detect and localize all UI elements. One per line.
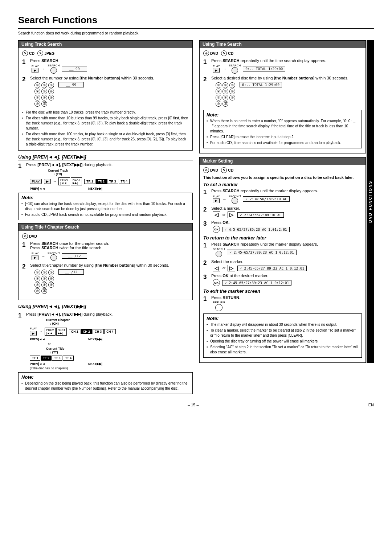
ms-set-step3: 3 Press OK. OK ✓ 4:5-65/27:89:23 AC 1.01… [203,220,362,233]
step1-bold: SEARCH [41,58,58,63]
ms-return-step3-display: ✓ 2:45-65/27:89:23 AC 1 0:12:01 [222,280,291,286]
prev-arrow-2[interactable]: ◁ [213,265,220,271]
next-arrow[interactable]: ▷ [228,212,235,218]
ts-step1: 1 Press SEARCH repeatedly until the time… [203,58,362,74]
ok-button-1[interactable]: OK [213,226,220,233]
track-search-step1-display: PLAY ▶ → SEARCH __ 99 [32,64,189,74]
jpeg-icon: ✎ JPEG [37,50,54,56]
cd-icon-ms: ✎ CD [221,167,233,173]
dvd-icon-tc: ⊙ DVD [22,233,37,239]
next-arrow-2[interactable]: ▷ [228,265,235,271]
number-grid-1: ①②③ ④⑤⑥ ⑦⑧⑨ ⑩⑱ [34,82,55,107]
prev-next2-step1: 1 Press [PREV|◄◄], [NEXT▶▶|] during play… [18,312,193,370]
page-number: – 15 – [18,403,368,407]
page-subtitle: Search function does not work during pro… [18,31,374,35]
ms-return-step2: 2 Select the marker. ◁ or ▷ ✓ 2:45-65/27… [203,259,362,271]
dvd-functions-label: DVD FUNCTIONS [367,40,374,363]
marker-note: Note: The marker display will disappear … [203,313,362,358]
ms-set-step3-display: ✓ 4:5-65/27:89:23 AC 1.01:2:01 [222,227,290,232]
track-search-step2: 2 Select the number by using [the Number… [22,76,189,108]
track-search-bullets: For the disc with less than 10 tracks, p… [22,110,189,147]
ms-return-step1-display: ✓ 2:45-65/27:89:23 AC 1 0:12:01 [227,250,296,255]
left-column: Using Track Search ✎ CD ✎ JPEG 1 Press S… [18,40,193,397]
ms-set-step2-display: ✓ 2:34:56/7:89:10 AC [237,212,284,218]
track-search-disc-icons: ✎ CD ✎ JPEG [22,50,189,56]
ms-set-step2: 2 Select a marker. ◁ or ▷ ✓ 2:34:56/7:89… [203,206,362,218]
step2-text2: within 30 seconds. [120,76,154,80]
tc-step1: 1 Press SEARCH once for the chapter sear… [22,241,189,261]
ts-step2-display: 0:.. TOTAL 1:29:00 [240,82,282,87]
marker-setting-section: Marker Setting ⊙ DVD ✎ CD This function … [199,157,366,363]
ms-set-step1-display: ✓ 2:34:56/7:89:10 AC [243,196,289,202]
title-chapter-header: Using Title / Chapter Search [19,223,192,231]
step1-text2: . [58,58,60,63]
ms-return-step1: 1 Press SEARCH repeatedly until the mark… [203,242,362,257]
using-time-search-section: Using Time Search ⊙ DVD ✎ CD 1 Press SEA… [199,40,366,153]
marker-description: This function allows you to assign a spe… [203,175,362,180]
ms-exit-step1: 1 Press RETURN. RETURN [203,295,362,311]
number-grid-ts: ①②③ ④⑤⑥ ⑦⑧⑨ ⑩⑱ [216,82,236,107]
track-search-step1: 1 Press SEARCH. PLAY ▶ → SEARCH [22,58,189,74]
tc-step1-display: __ /12 [62,253,87,259]
prev-next1-step1: 1 Press [PREV|◄◄], [NEXT▶▶|] during play… [18,163,193,190]
marker-setting-header: Marker Setting [200,157,366,165]
dvd-icon-ts: ⊙ DVD [203,50,218,56]
step2-bold: [the Number buttons] [79,76,120,80]
ms-return-step2-display: ✓ 2:45-65/27:89:23 AC 1 0:12:01 [237,266,307,271]
to-return-marker-header: To return to the marker later [203,235,362,241]
bullet-3: For discs with more than 100 tracks, to … [22,132,189,147]
using-title-chapter-section: Using Title / Chapter Search ⊙ DVD 1 Pre… [18,223,193,300]
ts-note: Note: When there is no need to enter a n… [203,110,362,148]
tc-step2-display: __ /12 [58,269,84,275]
en-label: EN [368,403,374,407]
step2-text: Select the number by using [30,76,79,80]
using-prev-next-2-section: Using [PREV|◄◄], [NEXT▶▶|] 1 Press [PREV… [18,304,193,394]
cd-icon: ✎ CD [22,50,34,56]
step1-num: 1 [22,58,27,66]
to-exit-marker-header: To exit the marker screen [203,288,362,294]
step1-text: Press [30,58,41,63]
dvd-icon-ms: ⊙ DVD [203,167,218,173]
ts-step1-display: 0:.. TOTAL 1:29:00 [243,66,285,71]
track-search-step2-display: __ 99 [58,82,84,87]
page-title: Search Functions [18,15,374,29]
using-track-search-section: Using Track Search ✎ CD ✎ JPEG 1 Press S… [18,40,193,151]
right-column: Using Time Search ⊙ DVD ✎ CD 1 Press SEA… [199,40,374,397]
prev-arrow[interactable]: ◁ [213,212,220,218]
number-grid-tc: ①②③ ④⑤⑥ ⑦⑧⑨ ⑩⑱ [34,270,55,294]
return-button[interactable] [215,304,222,311]
prev-next-2-header: Using [PREV|◄◄], [NEXT▶▶|] [18,304,193,310]
ok-button-2[interactable]: OK [213,279,220,286]
ms-return-step3: 3 Press OK at the desired marker. OK ✓ 2… [203,274,362,286]
prev-next-1-header: Using [PREV|◄◄], [NEXT▶▶|] [18,154,193,161]
cd-icon-ts: ✎ CD [221,50,233,56]
page-footer: – 15 – EN [18,403,374,407]
prev-next1-note: Note: [+10] can also bring the track sea… [18,193,193,220]
to-set-marker-header: To set a marker [203,182,362,187]
using-prev-next-1-section: Using [PREV|◄◄], [NEXT▶▶|] 1 Press [PREV… [18,154,193,220]
bullet-2: For discs with more than 10 but less tha… [22,116,189,131]
using-track-search-header: Using Track Search [19,41,192,48]
ts-step2: 2 Select a desired disc time by using [t… [203,76,362,108]
bullet-1: For the disc with less than 10 tracks, p… [22,110,189,115]
time-search-header: Using Time Search [200,41,366,48]
tc-step2: 2 Select title/chapter number by using [… [22,263,189,295]
tr-cells: TR 1 TR 2 TR 3 TR 4 [84,179,130,184]
step2-num: 2 [22,76,27,83]
prev-next2-note: Note: Depending on the disc being played… [18,372,193,394]
ms-set-step1: 1 Press SEARCH repeatedly until the mark… [203,189,362,204]
track-search-step1-display-val: __ 99 [62,66,87,71]
